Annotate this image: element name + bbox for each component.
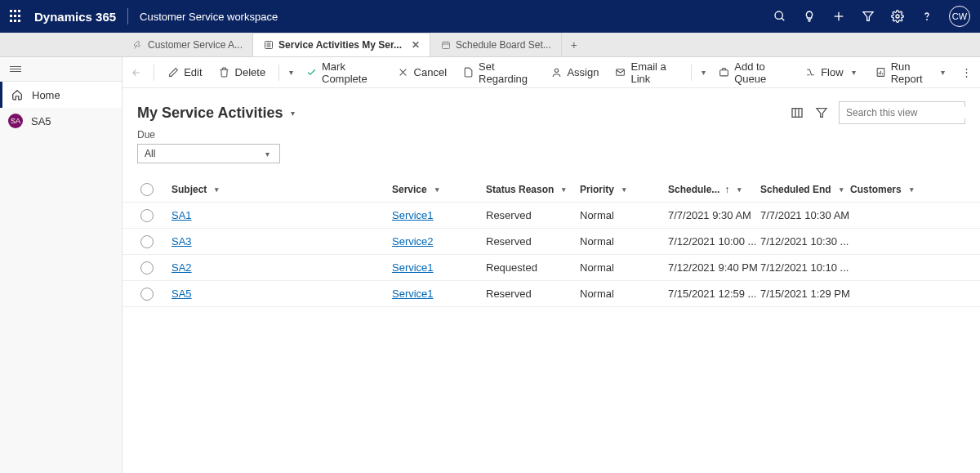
table-row[interactable]: SA5Service1ReservedNormal7/15/2021 12:59… [122, 281, 980, 307]
svg-rect-11 [442, 42, 449, 48]
sidebar-item-sa5[interactable]: SA SA5 [0, 108, 122, 134]
column-header-priority[interactable]: Priority▾ [580, 184, 668, 195]
tab-schedule-board[interactable]: Schedule Board Set... [430, 33, 562, 56]
plus-icon[interactable] [831, 9, 846, 24]
lightbulb-icon[interactable] [802, 9, 817, 24]
cmd-label: Set Regarding [479, 60, 534, 85]
add-tab-button[interactable]: + [562, 33, 586, 56]
svg-rect-19 [720, 70, 728, 76]
separator [691, 65, 692, 81]
search-view-input[interactable] [839, 101, 965, 124]
chevron-down-icon[interactable]: ▾ [286, 68, 296, 77]
search-icon[interactable] [773, 9, 787, 24]
grid: Subject▾ Service▾ Status Reason▾ Priorit… [122, 176, 980, 307]
column-header-status[interactable]: Status Reason▾ [486, 184, 580, 195]
view-title: My Service Activities [137, 105, 283, 122]
body: Home SA SA5 Edit Delete ▾ [0, 57, 980, 473]
column-options-icon[interactable] [790, 105, 804, 120]
chevron-down-icon: ▾ [287, 109, 298, 118]
service-link[interactable]: Service1 [392, 288, 434, 300]
assign-button[interactable]: Assign [544, 57, 605, 87]
cmd-label: Flow [821, 66, 843, 78]
table-row[interactable]: SA1Service1ReservedNormal7/7/2021 9:30 A… [122, 203, 980, 229]
table-row[interactable]: SA2Service1RequestedNormal7/12/2021 9:40… [122, 255, 980, 281]
sa-badge-icon: SA [8, 114, 23, 128]
delete-button[interactable]: Delete [212, 57, 273, 87]
subject-link[interactable]: SA5 [172, 288, 192, 300]
tab-service-activities[interactable]: Service Activities My Ser... ✕ [253, 33, 430, 56]
row-checkbox[interactable] [140, 209, 154, 222]
app-launcher-icon[interactable] [10, 10, 23, 23]
cmd-label: Cancel [414, 66, 447, 78]
end-cell: 7/12/2021 10:30 ... [760, 235, 850, 248]
service-link[interactable]: Service1 [392, 261, 434, 274]
start-cell: 7/15/2021 12:59 ... [668, 288, 760, 300]
chevron-down-icon: ▾ [938, 68, 948, 77]
svg-point-0 [775, 11, 782, 19]
svg-point-6 [927, 20, 928, 20]
cancel-button[interactable]: Cancel [391, 57, 453, 87]
tab-customer-service[interactable]: Customer Service A... [122, 33, 253, 56]
column-header-service[interactable]: Service▾ [392, 184, 486, 195]
subject-link[interactable]: SA2 [172, 261, 192, 274]
row-checkbox[interactable] [140, 235, 154, 248]
view-title-selector[interactable]: My Service Activities ▾ [137, 105, 298, 122]
service-link[interactable]: Service2 [392, 235, 434, 248]
due-filter-select[interactable]: All ▾ [137, 144, 280, 163]
flow-icon [804, 67, 816, 78]
help-icon[interactable] [920, 9, 934, 24]
column-header-scheduled-start[interactable]: Schedule...↑▾ [668, 184, 760, 195]
select-all-checkbox[interactable] [140, 183, 154, 196]
sidebar-item-home[interactable]: Home [0, 82, 122, 108]
table-row[interactable]: SA3Service2ReservedNormal7/12/2021 10:00… [122, 229, 980, 255]
email-link-button[interactable]: Email a Link [608, 57, 684, 87]
chevron-down-icon: ▾ [212, 185, 222, 194]
grid-header: Subject▾ Service▾ Status Reason▾ Priorit… [122, 176, 980, 203]
chevron-down-icon[interactable]: ▾ [698, 68, 709, 77]
back-button[interactable] [131, 67, 147, 78]
workspace-name: Customer Service workspace [140, 11, 278, 23]
chevron-down-icon: ▾ [432, 185, 443, 194]
svg-rect-24 [792, 109, 802, 118]
mail-icon [615, 67, 626, 78]
row-checkbox[interactable] [140, 288, 154, 301]
sidebar-toggle[interactable] [0, 57, 122, 82]
service-link[interactable]: Service1 [392, 209, 434, 221]
cmd-label: Delete [235, 66, 266, 78]
row-checkbox[interactable] [140, 261, 154, 274]
edit-button[interactable]: Edit [161, 57, 208, 87]
search-field[interactable] [846, 107, 969, 118]
run-report-button[interactable]: Run Report ▾ [869, 57, 955, 87]
start-cell: 7/12/2021 9:40 PM [668, 261, 760, 274]
subject-link[interactable]: SA3 [172, 235, 192, 248]
cmd-label: Add to Queue [734, 60, 788, 85]
add-to-queue-button[interactable]: Add to Queue [712, 57, 795, 87]
subject-link[interactable]: SA1 [172, 209, 192, 221]
flow-button[interactable]: Flow ▾ [798, 57, 865, 87]
filter-icon[interactable] [814, 105, 829, 120]
user-avatar[interactable]: CW [949, 6, 970, 27]
column-header-scheduled-end[interactable]: Scheduled End▾ [760, 184, 850, 195]
tabbar: Customer Service A... Service Activities… [0, 33, 980, 57]
priority-cell: Normal [580, 209, 668, 221]
start-cell: 7/7/2021 9:30 AM [668, 209, 760, 221]
view-header: My Service Activities ▾ [122, 88, 980, 129]
filter-icon[interactable] [861, 9, 875, 24]
column-header-customers[interactable]: Customers▾ [850, 184, 972, 195]
sidebar-item-label: Home [32, 89, 60, 101]
end-cell: 7/15/2021 1:29 PM [760, 288, 850, 300]
close-icon[interactable]: ✕ [412, 39, 420, 51]
more-commands-button[interactable]: ⋮ [961, 66, 972, 78]
svg-marker-27 [817, 109, 826, 118]
column-header-subject[interactable]: Subject▾ [163, 184, 392, 195]
priority-cell: Normal [580, 261, 668, 274]
chevron-down-icon: ▾ [619, 185, 630, 194]
gear-icon[interactable] [890, 9, 905, 24]
topbar-right: CW [773, 6, 970, 27]
check-icon [306, 67, 317, 78]
set-regarding-button[interactable]: Set Regarding [457, 57, 541, 87]
mark-complete-button[interactable]: Mark Complete [300, 57, 388, 87]
end-cell: 7/12/2021 10:10 ... [760, 261, 850, 274]
status-cell: Reserved [486, 209, 580, 221]
priority-cell: Normal [580, 288, 668, 300]
